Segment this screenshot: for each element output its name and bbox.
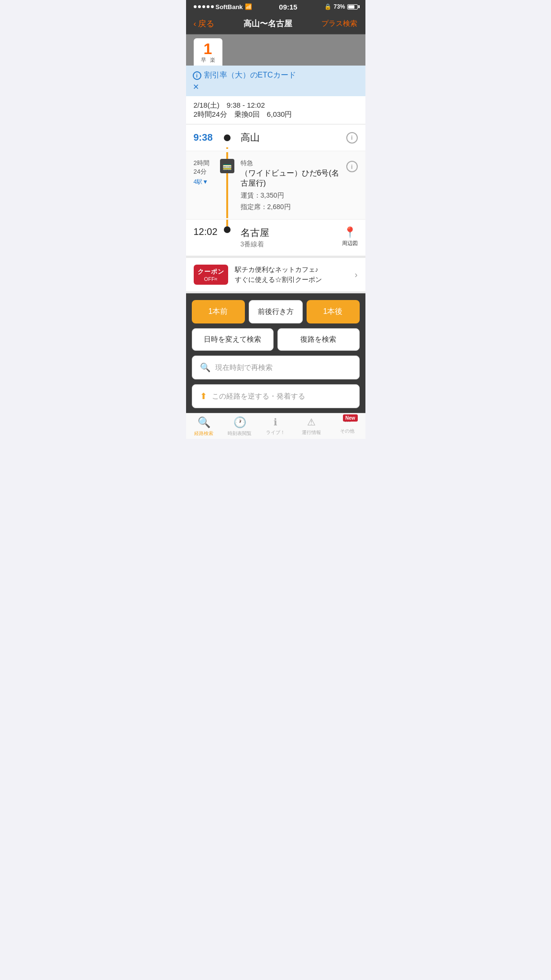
segment-info-button[interactable]: i (346, 161, 358, 172)
nav-bar: ‹ 戻る 高山〜名古屋 プラス検索 (186, 13, 365, 34)
tab-bar: 🔍 経路検索 🕐 時刻表閲覧 ℹ ライブ！ ⚠ 運行情報 New ••• その他 (186, 413, 365, 439)
coupon-tag-bottom: OFF R (204, 276, 218, 282)
route-label-early: 早 (201, 56, 206, 64)
status-right: 🔒 73% (324, 3, 357, 10)
coupon-tag: クーポン OFF R (194, 265, 228, 285)
coupon-banner[interactable]: クーポン OFF R 駅チカ便利なネットカフェ♪ すぐに使える☆割引クーポン › (186, 256, 365, 293)
segment-fare1: 運賃：3,350円 (241, 191, 346, 200)
status-bar: SoftBank 📶 09:15 🔒 73% (186, 0, 365, 13)
segment-type: 特急 (241, 159, 346, 167)
bottom-actions: 1本前 前後行き方 1本後 日時を変えて検索 復路を検索 🔍 現在時刻で再検索 … (186, 293, 365, 413)
service-info-icon: ⚠ (307, 416, 316, 428)
battery-percent: 73% (333, 3, 345, 10)
next-train-button[interactable]: 1本後 (307, 300, 360, 323)
departure-station-row: 9:38 高山 i (186, 124, 365, 151)
segment-stations[interactable]: 4駅▼ (194, 178, 209, 186)
route-tab-number: 1 (198, 41, 219, 56)
arrival-platform: 3番線着 (241, 240, 342, 249)
timetable-icon: 🕐 (233, 416, 246, 429)
route-reverse-label: この経路を逆する・発着する (212, 392, 305, 401)
departure-station-name: 高山 (241, 131, 346, 144)
back-button[interactable]: ‹ 戻る (194, 18, 215, 29)
status-left: SoftBank 📶 (194, 3, 252, 11)
tab-timetable-label: 時刻表閲覧 (228, 430, 252, 437)
route-tabs-row: 1 早 楽 (186, 34, 365, 66)
coupon-tag-top: クーポン (198, 267, 224, 276)
arrival-station-name: 名古屋 (241, 226, 342, 239)
departure-time: 9:38 (194, 132, 219, 143)
carrier-label: SoftBank (216, 3, 243, 11)
segment-duration-line1: 2時間 (194, 159, 209, 167)
signal-dots (194, 5, 214, 8)
map-button[interactable]: 📍 周辺図 (342, 226, 358, 247)
secondary-buttons-row: 日時を変えて検索 復路を検索 (192, 328, 360, 351)
tab-live-label: ライブ！ (266, 429, 285, 436)
departure-info-button[interactable]: i (346, 132, 358, 144)
etc-banner: i 割引率（大）のETCカード ✕ (186, 66, 365, 96)
arrival-line-top (226, 220, 228, 226)
map-label: 周辺図 (342, 240, 358, 247)
segment-timeline-col: 🚃 (219, 159, 236, 212)
route-tab-labels: 早 楽 (198, 56, 219, 64)
search-icon: 🔍 (200, 362, 210, 373)
live-icon: ℹ (274, 416, 277, 428)
arrival-dot (224, 226, 231, 233)
tab-route-search[interactable]: 🔍 経路検索 (186, 416, 222, 437)
train-icon: 🚃 (222, 162, 232, 171)
tab-live[interactable]: ℹ ライブ！ (258, 416, 294, 437)
coupon-text-line1: 駅チカ便利なネットカフェ♪ (235, 265, 355, 275)
route-summary: 2/18(土) 9:38 - 12:02 2時間24分 乗換0回 6,030円 (186, 96, 365, 124)
next-trains-button[interactable]: 前後行き方 (249, 300, 303, 323)
coupon-text-line2: すぐに使える☆割引クーポン (235, 275, 355, 285)
route-reverse-button[interactable]: ⬆ この経路を逆する・発着する (192, 384, 360, 408)
route-detail: 9:38 高山 i 2時間 24分 4駅▼ 🚃 特急 (186, 124, 365, 256)
arrival-timeline (219, 226, 236, 233)
prev-train-button[interactable]: 1本前 (192, 300, 245, 323)
back-label: 戻る (198, 18, 214, 29)
segment-name: （ワイドビュー）ひだ6号(名古屋行) (241, 168, 346, 189)
train-segment-row: 2時間 24分 4駅▼ 🚃 特急 （ワイドビュー）ひだ6号(名古屋行) 運賃：3… (186, 151, 365, 220)
lock-icon: 🔒 (324, 3, 331, 10)
segment-duration-line2: 24分 (194, 168, 207, 175)
segment-fare2: 指定席：2,680円 (241, 203, 346, 212)
segment-info-col: 特急 （ワイドビュー）ひだ6号(名古屋行) 運賃：3,350円 指定席：2,68… (236, 159, 346, 212)
segment-time-col: 2時間 24分 4駅▼ (194, 159, 219, 212)
tab-other[interactable]: New ••• その他 (330, 416, 365, 437)
etc-text: 割引率（大）のETCカード (204, 70, 296, 80)
tab-route-search-label: 経路検索 (194, 430, 213, 437)
status-time: 09:15 (279, 3, 297, 11)
wifi-icon: 📶 (245, 3, 252, 10)
etc-info-icon: i (193, 71, 201, 80)
arrival-info-col: 名古屋 3番線着 (236, 226, 342, 249)
coupon-text: 駅チカ便利なネットカフェ♪ すぐに使える☆割引クーポン (235, 265, 355, 285)
departure-timeline (219, 134, 236, 141)
train-icon-box: 🚃 (220, 159, 234, 173)
battery-icon (347, 4, 358, 10)
map-pin-icon: 📍 (343, 226, 356, 239)
change-date-button[interactable]: 日時を変えて検索 (192, 328, 274, 351)
departure-station-info: 高山 (236, 131, 346, 144)
coupon-chevron-icon: › (355, 270, 358, 280)
return-route-button[interactable]: 復路を検索 (277, 328, 360, 351)
tab-other-label: その他 (340, 428, 354, 434)
nav-title: 高山〜名古屋 (243, 18, 292, 29)
segment-duration: 2時間 24分 (194, 159, 209, 176)
research-now-button[interactable]: 🔍 現在時刻で再検索 (192, 356, 360, 379)
arrival-station-row: 12:02 名古屋 3番線着 📍 周辺図 (186, 220, 365, 256)
research-now-label: 現在時刻で再検索 (215, 363, 273, 372)
route-reverse-icon: ⬆ (200, 391, 207, 401)
route-label-easy: 楽 (210, 56, 215, 64)
departure-dot (224, 134, 231, 141)
primary-buttons-row: 1本前 前後行き方 1本後 (192, 300, 360, 323)
plus-search-button[interactable]: プラス検索 (321, 19, 357, 28)
tab-timetable[interactable]: 🕐 時刻表閲覧 (222, 416, 258, 437)
chevron-left-icon: ‹ (194, 19, 197, 29)
etc-close-button[interactable]: ✕ (193, 82, 359, 91)
route-tab-1[interactable]: 1 早 楽 (194, 38, 222, 66)
arrival-time: 12:02 (194, 226, 219, 237)
route-summary-datetime: 2/18(土) 9:38 - 12:02 (194, 101, 358, 110)
tab-service-info[interactable]: ⚠ 運行情報 (294, 416, 330, 437)
new-badge: New (343, 414, 358, 422)
route-summary-details: 2時間24分 乗換0回 6,030円 (194, 110, 358, 119)
depart-line (226, 147, 228, 149)
